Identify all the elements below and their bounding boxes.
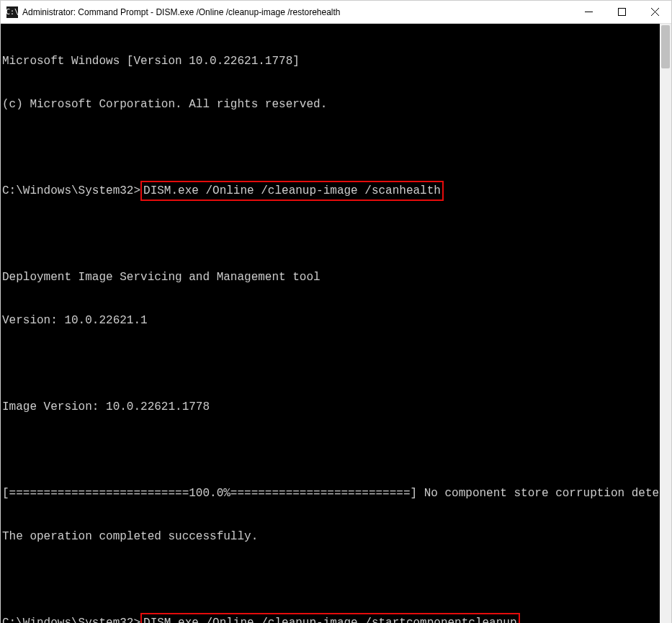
progress-line: [==========================100.0%=======… [2,486,660,501]
window-title: Administrator: Command Prompt - DISM.exe… [22,7,341,17]
command-highlight-2: DISM.exe /Online /cleanup-image /startco… [140,613,519,623]
command-prompt-window: C:\ Administrator: Command Prompt - DISM… [0,0,672,623]
terminal-output[interactable]: Microsoft Windows [Version 10.0.22621.17… [1,24,660,623]
prompt: C:\Windows\System32> [2,184,140,198]
close-button[interactable] [638,1,671,24]
operation-complete-line: The operation completed successfully. [2,529,258,544]
svg-rect-1 [618,9,625,16]
prompt: C:\Windows\System32> [2,616,140,623]
command-highlight-1: DISM.exe /Online /cleanup-image /scanhea… [140,181,444,201]
dism-tool-line: Deployment Image Servicing and Managemen… [2,270,321,284]
terminal-area: Microsoft Windows [Version 10.0.22621.17… [1,24,671,623]
titlebar[interactable]: C:\ Administrator: Command Prompt - DISM… [1,1,671,24]
maximize-button[interactable] [605,1,638,24]
cmd-icon: C:\ [6,6,18,18]
scrollbar[interactable] [660,24,671,623]
dism-version-line: Version: 10.0.22621.1 [2,313,148,328]
image-version-line: Image Version: 10.0.22621.1778 [2,400,210,414]
os-version-line: Microsoft Windows [Version 10.0.22621.17… [2,54,300,68]
window-controls [572,1,671,24]
scrollbar-thumb[interactable] [661,25,670,68]
minimize-button[interactable] [572,1,605,24]
copyright-line: (c) Microsoft Corporation. All rights re… [2,97,327,112]
